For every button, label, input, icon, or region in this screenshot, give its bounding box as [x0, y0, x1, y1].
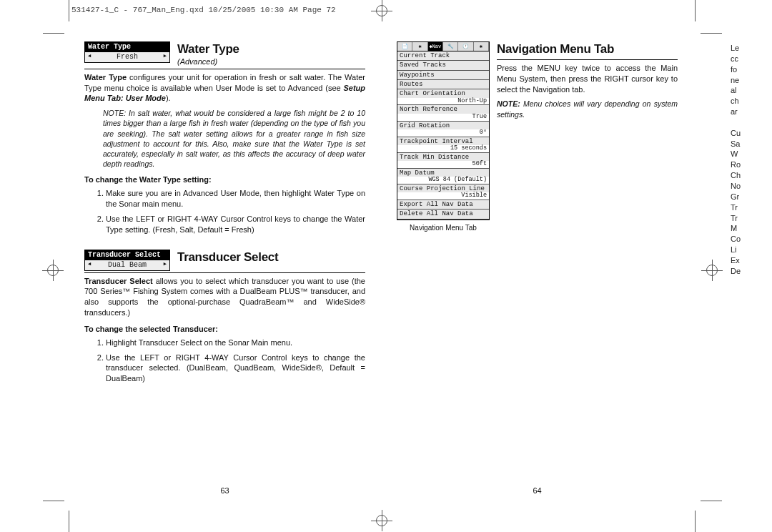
step-item: Highlight Transducer Select on the Sonar… — [106, 338, 365, 348]
cutoff-fragment: ar — [731, 107, 772, 117]
body-text: Transducer Select allows you to select w… — [84, 276, 365, 318]
nav-menu-value: North-Up — [397, 98, 489, 105]
transducer-device-box: Transducer Select Dual Beam — [84, 250, 170, 271]
page-spread: Water Type Fresh Water Type (Advanced) W… — [84, 41, 678, 496]
registration-mark — [47, 265, 59, 276]
cutoff-fragment: Sa — [731, 139, 772, 149]
section-subtitle: (Advanced) — [177, 56, 365, 67]
nav-tab: 🔧 — [443, 42, 458, 51]
subsection-heading: To change the selected Transducer: — [84, 324, 365, 335]
step-item: Use the LEFT or RIGHT 4-WAY Cursor Contr… — [106, 214, 365, 235]
cutoff-fragment: fo — [731, 64, 772, 75]
crop-mark — [69, 511, 69, 532]
body-text: Press the MENU key twice to access the M… — [497, 63, 678, 95]
body-text: Water Type configures your unit for oper… — [84, 72, 365, 104]
cutoff-fragment: W — [731, 149, 772, 159]
nav-menu-item: Routes — [397, 80, 489, 89]
crop-mark — [701, 501, 722, 501]
crop-mark — [43, 501, 64, 501]
note-text: NOTE: In salt water, what would be consi… — [103, 108, 365, 169]
nav-tabbar: 📄✱◆Nav🔧🕐✱ — [397, 42, 489, 51]
nav-menu-item: Current Track — [397, 51, 489, 61]
water-type-header: Water Type Fresh Water Type (Advanced) — [84, 41, 365, 69]
cutoff-fragment: Cu — [731, 128, 772, 139]
cutoff-fragment: Ex — [731, 255, 772, 266]
cutoff-fragment: Li — [731, 245, 772, 255]
nav-menu-value: True — [397, 114, 489, 121]
section-title: Navigation Menu Tab — [497, 41, 678, 60]
cutoff-fragment: M — [731, 223, 772, 234]
cutoff-fragment: De — [731, 266, 772, 277]
nav-menu-item: North ReferenceTrue — [397, 105, 489, 121]
nav-tab: 📄 — [397, 42, 412, 51]
nav-menu-figure: 📄✱◆Nav🔧🕐✱ Current TrackSaved TracksWaypo… — [397, 41, 490, 232]
page-number: 64 — [397, 486, 678, 496]
registration-mark — [706, 265, 718, 276]
note-text: NOTE: Menu choices will vary depending o… — [497, 99, 678, 119]
nav-menu-item: Delete All Nav Data — [397, 210, 489, 219]
nav-menu-item: Chart OrientationNorth-Up — [397, 89, 489, 105]
figure-caption: Navigation Menu Tab — [397, 223, 490, 233]
registration-mark — [376, 515, 387, 526]
step-item: Use the LEFT or RIGHT 4-WAY Cursor Contr… — [106, 353, 365, 385]
print-header: 531427-1_C - 767_Man_Eng.qxd 10/25/2005 … — [71, 6, 336, 14]
nav-tab: 🕐 — [458, 42, 473, 51]
crop-mark — [69, 0, 69, 21]
cutoff-fragment — [731, 117, 772, 128]
nav-menu-item: Map DatumWGS 84 (Default) — [397, 169, 489, 184]
nav-menu-box: 📄✱◆Nav🔧🕐✱ Current TrackSaved TracksWaypo… — [397, 41, 490, 220]
cutoff-fragment: Ch — [731, 170, 772, 181]
nav-tab: ✱ — [474, 42, 489, 51]
cutoff-fragment: Ro — [731, 159, 772, 170]
registration-mark — [376, 5, 387, 16]
cutoff-fragment: Le — [731, 43, 772, 54]
nav-menu-item: Track Min Distance50ft — [397, 153, 489, 169]
nav-menu-value: 0° — [397, 129, 489, 137]
nav-tab: ✱ — [412, 42, 427, 51]
step-list: Highlight Transducer Select on the Sonar… — [99, 338, 365, 384]
nav-menu-item: Waypoints — [397, 71, 489, 80]
nav-menu-item: Trackpoint Interval15 seconds — [397, 137, 489, 153]
nav-tab: ◆Nav — [428, 42, 443, 51]
water-type-device-box: Water Type Fresh — [84, 41, 170, 63]
crop-mark — [43, 33, 64, 34]
crop-mark — [701, 33, 722, 34]
page-right: 📄✱◆Nav🔧🕐✱ Current TrackSaved TracksWaypo… — [397, 41, 678, 496]
crop-mark — [695, 0, 696, 21]
section-title: Water Type — [177, 41, 365, 58]
nav-menu-value: Visible — [397, 192, 489, 200]
nav-menu-value: 50ft — [397, 161, 489, 168]
next-page-sliver: Leccfonealchar CuSaWRoChNoGrTrTrMCoLiExD… — [731, 43, 772, 277]
cutoff-fragment: cc — [731, 54, 772, 64]
cutoff-fragment: No — [731, 181, 772, 192]
page-number: 63 — [84, 486, 365, 496]
device-box-title: Water Type — [85, 42, 169, 52]
cutoff-fragment: Co — [731, 234, 772, 245]
page-left: Water Type Fresh Water Type (Advanced) W… — [84, 41, 365, 496]
cutoff-fragment: Gr — [731, 192, 772, 202]
cutoff-fragment: al — [731, 85, 772, 96]
nav-menu-item: Saved Tracks — [397, 61, 489, 70]
nav-menu-item: Export All Nav Data — [397, 200, 489, 210]
device-box-value: Fresh — [85, 52, 169, 62]
device-box-title: Transducer Select — [85, 250, 169, 260]
cutoff-fragment: Tr — [731, 202, 772, 213]
cutoff-fragment: Tr — [731, 213, 772, 224]
nav-menu-item: Grid Rotation0° — [397, 122, 489, 137]
cutoff-fragment: ne — [731, 75, 772, 86]
crop-mark — [695, 511, 696, 532]
step-item: Make sure you are in Advanced User Mode,… — [106, 188, 365, 210]
subsection-heading: To change the Water Type setting: — [84, 174, 365, 185]
cutoff-fragment: ch — [731, 96, 772, 107]
nav-menu-value: WGS 84 (Default) — [397, 177, 489, 184]
step-list: Make sure you are in Advanced User Mode,… — [99, 188, 365, 235]
section-title: Transducer Select — [177, 250, 365, 266]
transducer-header: Transducer Select Dual Beam Transducer S… — [84, 250, 365, 273]
nav-menu-item: Course Projection LineVisible — [397, 184, 489, 200]
nav-menu-value: 15 seconds — [397, 145, 489, 152]
device-box-value: Dual Beam — [85, 260, 169, 270]
